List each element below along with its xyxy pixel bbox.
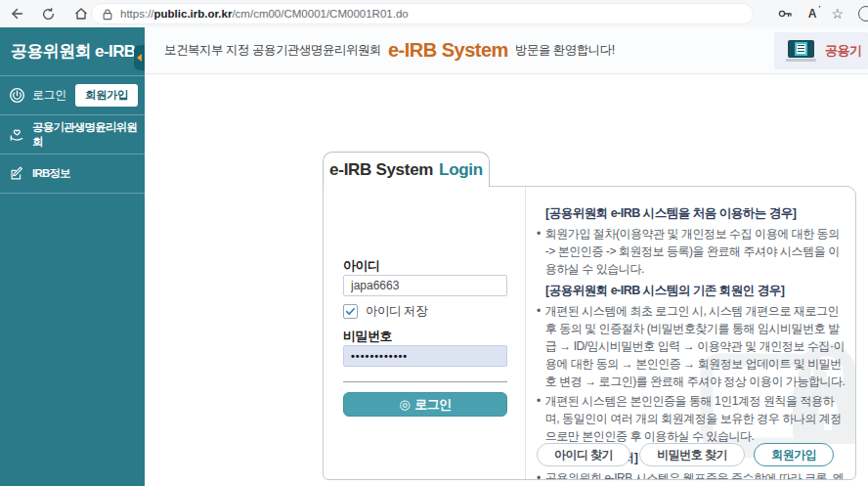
notice-bullet: 개편된 시스템은 본인인증을 통해 1인1계정 원칙을 적용하며, 동일인이 여… <box>537 392 846 445</box>
sidebar-login-label: 로그인 <box>32 87 66 104</box>
password-label: 비밀번호 <box>343 328 392 345</box>
checkmark-icon <box>345 306 356 317</box>
read-aloud-icon[interactable]: Aʼ <box>808 7 817 21</box>
login-button-label: 로그인 <box>414 396 452 414</box>
signup-button[interactable]: 회원가입 <box>754 443 834 466</box>
sidebar-irb-info-label: IRB정보 <box>32 166 70 181</box>
sidebar-item-login[interactable]: 로그인 회원가입 <box>0 76 145 115</box>
home-icon[interactable] <box>72 6 89 22</box>
id-label: 아이디 <box>343 257 380 275</box>
address-bar[interactable]: https://public.irb.or.kr/cm/cm00/CM0001/… <box>91 3 754 24</box>
brand-title: e-IRB System <box>388 39 508 62</box>
favorites-star-icon[interactable]: ☆ <box>831 7 844 21</box>
login-tab-accent: Login <box>439 160 483 180</box>
collapse-arrow-icon <box>137 54 142 62</box>
back-icon[interactable] <box>8 6 24 22</box>
save-id-row[interactable]: 아이디 저장 <box>343 303 427 320</box>
e-irb-login-page: { "browser": { "url": { "scheme": "https… <box>0 0 868 486</box>
laptop-document-icon <box>786 40 816 62</box>
welcome-suffix: 방문을 환영합니다! <box>515 42 615 59</box>
notice-bullet: 회원가입 절차(이용약관 및 개인정보 수집 이용에 대한 동의 -> 본인인증… <box>537 225 846 278</box>
refresh-icon[interactable] <box>40 6 57 22</box>
profile-icon[interactable] <box>858 6 868 22</box>
corner-shortcut-button[interactable]: 공용기 <box>774 32 868 69</box>
sidebar-committee-label: 공용기관생명윤리위원회 <box>32 120 138 150</box>
sidebar-signup-button[interactable]: 회원가입 <box>75 84 138 107</box>
sidebar-item-irb-info[interactable]: IRB정보 <box>0 155 145 194</box>
notice-bullet: 개편된 시스템에 최초 로그인 시, 시스템 개편으로 재로그인 후 동의 및 … <box>537 302 846 390</box>
browser-actions: Aʼ ☆ <box>777 0 868 27</box>
sidebar-collapse-handle[interactable] <box>134 45 145 70</box>
sidebar-item-committee[interactable]: 공용기관생명윤리위원회 <box>0 115 145 155</box>
login-button[interactable]: ◎ 로그인 <box>343 392 507 417</box>
login-ring-icon: ◎ <box>399 397 410 412</box>
login-tab-title: e-IRB System <box>329 160 433 180</box>
save-id-label: 아이디 저장 <box>366 303 427 320</box>
id-input[interactable] <box>343 275 507 296</box>
notice-bullet: 공용위원회 e-IRB 시스템은 웹표준을 준수함에 따라 크롬, 엣지, 파이… <box>537 469 846 480</box>
lock-icon <box>102 8 113 21</box>
find-password-button[interactable]: 비밀번호 찾기 <box>639 443 745 466</box>
corner-button-label: 공용기 <box>825 42 862 60</box>
find-id-button[interactable]: 아이디 찾기 <box>537 443 630 466</box>
pencil-note-icon <box>7 164 26 184</box>
login-panel: 아이디 아이디 저장 비밀번호 ◎ 로그인 [공용위원회 e-IRB 시스템을 … <box>323 186 856 480</box>
power-login-icon <box>7 86 26 106</box>
main-content: e-IRB System Login 아이디 아이디 저장 비밀번호 <box>145 74 868 486</box>
notice-section-title: [공용위원회 e-IRB 시스템의 기존 회원인 경우] <box>545 283 846 299</box>
save-id-checkbox[interactable] <box>343 304 358 319</box>
notices: [공용위원회 e-IRB 시스템을 처음 이용하는 경우] 회원가입 절차(이용… <box>537 200 846 480</box>
url-text: https://public.irb.or.kr/cm/cm00/CM0001/… <box>120 8 409 20</box>
browser-toolbar: https://public.irb.or.kr/cm/cm00/CM0001/… <box>0 0 868 27</box>
hand-heart-icon <box>7 125 26 145</box>
account-help-buttons: 아이디 찾기 비밀번호 찾기 회원가입 <box>537 443 834 466</box>
welcome-header: 보건복지부 지정 공용기관생명윤리위원회 e-IRB System 방문을 환영… <box>145 27 868 74</box>
form-divider <box>343 381 507 382</box>
notice-section-title: [공용위원회 e-IRB 시스템을 처음 이용하는 경우] <box>545 205 846 222</box>
login-card-tab: e-IRB System Login <box>323 152 490 187</box>
sidebar-title: 공용위원회 e-IRB <box>0 27 145 76</box>
panel-divider <box>525 187 526 479</box>
sidebar: 공용위원회 e-IRB 로그인 회원가입 공용기관생명윤리위원회 IRB정보 <box>0 27 145 486</box>
welcome-prefix: 보건복지부 지정 공용기관생명윤리위원회 <box>164 42 381 59</box>
password-input[interactable] <box>343 345 507 367</box>
password-key-icon[interactable] <box>777 6 794 22</box>
